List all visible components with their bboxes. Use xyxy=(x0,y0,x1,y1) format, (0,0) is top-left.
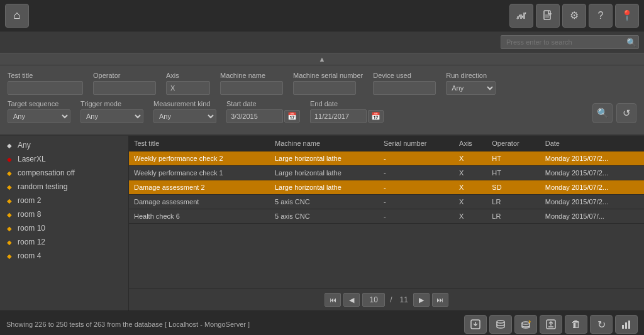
home-button[interactable]: ⌂ xyxy=(5,4,29,28)
table-cell-4-5: Monday 2015/07/... xyxy=(540,209,644,224)
col-header-date: Date xyxy=(540,136,644,151)
col-header-title: Test title xyxy=(129,136,270,151)
page-number-input[interactable] xyxy=(362,293,385,307)
search-input[interactable] xyxy=(501,35,639,49)
sidebar: ◆Any◆LaserXL◆compensation off◆random tes… xyxy=(0,136,129,310)
start-date-input[interactable] xyxy=(226,109,283,123)
sync-database-button[interactable] xyxy=(514,315,537,334)
export-button[interactable] xyxy=(540,315,562,334)
total-pages: 11 xyxy=(397,295,410,304)
table-row[interactable]: Weekly performance check 2Large horizont… xyxy=(129,151,644,166)
search-button[interactable]: 🔍 xyxy=(592,103,613,123)
table-cell-3-2: - xyxy=(379,195,454,209)
table-cell-4-4: LR xyxy=(487,209,540,224)
operator-input[interactable] xyxy=(93,81,156,95)
machine-serial-field: Machine serial number xyxy=(293,72,363,95)
prev-page-button[interactable]: ◀ xyxy=(343,293,360,307)
col-header-machine: Machine name xyxy=(270,136,379,151)
test-title-field: Test title xyxy=(8,72,83,95)
collapse-toggle[interactable]: ▲ xyxy=(0,53,644,65)
filter-panel: Test title Operator Axis Machine name Ma… xyxy=(0,65,644,136)
database-button[interactable] xyxy=(489,315,512,334)
svg-rect-2 xyxy=(523,13,525,19)
sidebar-label-1: LaserXL xyxy=(18,155,46,163)
page-separator: / xyxy=(387,295,394,304)
sidebar-bullet-2: ◆ xyxy=(5,168,14,177)
device-used-input[interactable] xyxy=(373,81,436,95)
run-direction-field: Run direction AnyForwardBackward xyxy=(446,72,496,95)
table-cell-2-5: Monday 2015/07/2... xyxy=(540,180,644,195)
sidebar-item-3[interactable]: ◆random testing xyxy=(0,180,128,194)
run-direction-select[interactable]: AnyForwardBackward xyxy=(446,81,496,95)
top-bar: ⌂ ⚙ ? 📍 xyxy=(0,0,644,31)
table-cell-2-0: Damage assessment 2 xyxy=(129,180,270,195)
table-cell-2-1: Large horizontal lathe xyxy=(270,180,379,195)
machine-name-field: Machine name xyxy=(220,72,283,95)
table-row[interactable]: Health check 65 axis CNC-XLRMonday 2015/… xyxy=(129,209,644,224)
machine-name-input[interactable] xyxy=(220,81,283,95)
sidebar-item-5[interactable]: ◆room 8 xyxy=(0,207,128,221)
start-date-calendar-icon[interactable]: 📅 xyxy=(284,110,300,123)
sidebar-item-0[interactable]: ◆Any xyxy=(0,138,128,152)
machine-serial-input[interactable] xyxy=(293,81,356,95)
delete-button[interactable]: 🗑 xyxy=(565,315,587,334)
trigger-mode-field: Trigger mode Any xyxy=(80,100,143,123)
sidebar-item-7[interactable]: ◆room 12 xyxy=(0,235,128,249)
measurement-kind-label: Measurement kind xyxy=(153,100,216,107)
table-cell-0-1: Large horizontal lathe xyxy=(270,151,379,166)
table-row[interactable]: Damage assessment5 axis CNC-XLRMonday 20… xyxy=(129,195,644,209)
col-header-axis: Axis xyxy=(454,136,487,151)
results-area: Test title Machine name Serial number Ax… xyxy=(129,136,644,310)
svg-point-9 xyxy=(522,322,530,324)
sidebar-item-4[interactable]: ◆room 2 xyxy=(0,194,128,207)
sidebar-label-2: compensation off xyxy=(18,168,75,177)
help-icon-button[interactable]: ? xyxy=(589,4,613,28)
axis-field: Axis xyxy=(166,72,210,95)
device-used-field: Device used xyxy=(373,72,436,95)
table-row[interactable]: Damage assessment 2Large horizontal lath… xyxy=(129,180,644,195)
start-date-label: Start date xyxy=(226,100,300,107)
sidebar-item-8[interactable]: ◆room 4 xyxy=(0,249,128,263)
status-bar: Showing 226 to 250 tests of 263 from the… xyxy=(0,310,644,335)
table-cell-1-4: HT xyxy=(487,166,540,180)
test-title-input[interactable] xyxy=(8,81,83,95)
stats-button[interactable] xyxy=(615,315,638,334)
operator-field: Operator xyxy=(93,72,156,95)
next-page-button[interactable]: ▶ xyxy=(413,293,430,307)
end-date-label: End date xyxy=(310,100,384,107)
measurement-kind-field: Measurement kind Any xyxy=(153,100,216,123)
chart-icon-button[interactable] xyxy=(509,4,533,28)
status-text: Showing 226 to 250 tests of 263 from the… xyxy=(6,321,250,328)
table-cell-1-0: Weekly performance check 1 xyxy=(129,166,270,180)
sidebar-label-6: room 10 xyxy=(18,224,45,233)
search-icon[interactable]: 🔍 xyxy=(626,38,636,47)
file-icon-button[interactable] xyxy=(536,4,560,28)
table-cell-1-3: X xyxy=(454,166,487,180)
end-date-input[interactable] xyxy=(310,109,367,123)
table-cell-3-3: X xyxy=(454,195,487,209)
first-page-button[interactable]: ⏮ xyxy=(325,293,341,307)
sidebar-bullet-4: ◆ xyxy=(5,196,14,205)
axis-input[interactable] xyxy=(166,81,210,95)
sidebar-item-6[interactable]: ◆room 10 xyxy=(0,221,128,235)
table-cell-3-5: Monday 2015/07/2... xyxy=(540,195,644,209)
import-button[interactable] xyxy=(464,315,487,334)
sidebar-item-2[interactable]: ◆compensation off xyxy=(0,166,128,180)
location-icon-button[interactable]: 📍 xyxy=(615,4,639,28)
trigger-mode-label: Trigger mode xyxy=(80,100,143,107)
table-cell-3-4: LR xyxy=(487,195,540,209)
filter-row-1: Test title Operator Axis Machine name Ma… xyxy=(8,72,636,95)
reset-button[interactable]: ↺ xyxy=(616,103,636,123)
measurement-kind-select[interactable]: Any xyxy=(153,109,216,123)
end-date-calendar-icon[interactable]: 📅 xyxy=(368,110,384,123)
table-row[interactable]: Weekly performance check 1Large horizont… xyxy=(129,166,644,180)
lower-main: ◆Any◆LaserXL◆compensation off◆random tes… xyxy=(0,136,644,310)
sidebar-item-1[interactable]: ◆LaserXL xyxy=(0,152,128,166)
table-cell-3-1: 5 axis CNC xyxy=(270,195,379,209)
trigger-mode-select[interactable]: Any xyxy=(80,109,143,123)
target-sequence-select[interactable]: Any xyxy=(8,109,70,123)
settings-icon-button[interactable]: ⚙ xyxy=(562,4,586,28)
refresh-button[interactable]: ↻ xyxy=(590,315,613,334)
table-cell-3-0: Damage assessment xyxy=(129,195,270,209)
last-page-button[interactable]: ⏭ xyxy=(432,293,448,307)
